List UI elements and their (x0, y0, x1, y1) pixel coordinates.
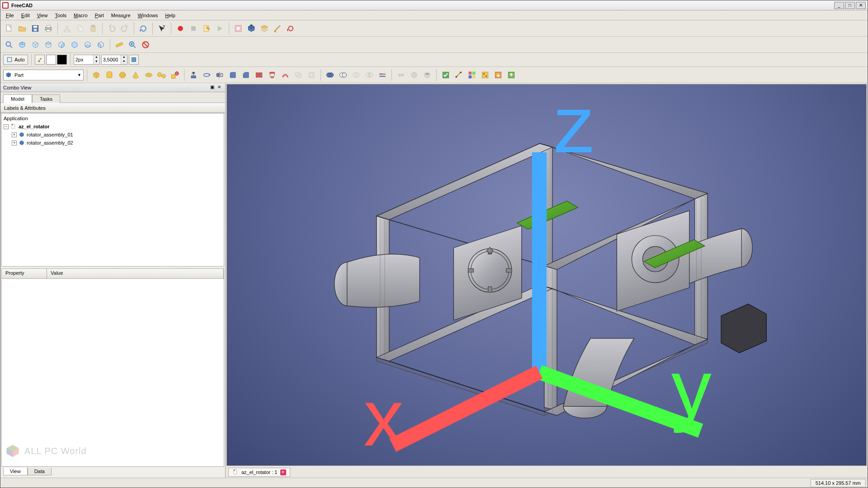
open-file-icon[interactable] (16, 23, 28, 34)
spin-down-icon[interactable]: ▼ (93, 60, 99, 64)
macro-edit-icon[interactable] (201, 23, 212, 34)
thickness-icon[interactable] (306, 69, 317, 81)
menu-file[interactable]: File (2, 12, 18, 19)
refine-shape-icon[interactable] (421, 69, 433, 81)
redo-icon[interactable] (119, 23, 131, 34)
view-bottom-icon[interactable] (82, 39, 94, 51)
new-file-icon[interactable] (3, 23, 15, 34)
boolean-union-icon[interactable] (324, 69, 336, 81)
view-rear-icon[interactable] (69, 39, 80, 51)
offset-icon[interactable] (292, 69, 304, 81)
tree-expand-icon[interactable]: + (12, 132, 17, 137)
close-panel-icon[interactable]: ✕ (216, 84, 222, 91)
print-icon[interactable] (42, 23, 54, 34)
tree-item-assembly-1[interactable]: + rotator_assembly_01 (3, 131, 223, 139)
make-solid-icon[interactable] (408, 69, 420, 81)
tab-tasks[interactable]: Tasks (32, 94, 60, 103)
shape-builder-icon[interactable] (169, 69, 181, 81)
boolean-section-icon[interactable] (363, 69, 375, 81)
ruled-surface-icon[interactable] (253, 69, 265, 81)
whats-this-icon[interactable]: ? (156, 23, 168, 34)
close-tab-icon[interactable]: ✕ (280, 469, 286, 475)
menu-measure[interactable]: Measure (108, 12, 134, 19)
line-width-input[interactable] (74, 56, 93, 64)
color-picker-icon[interactable] (35, 55, 45, 65)
boolean-cut-icon[interactable] (337, 69, 349, 81)
menu-view[interactable]: View (33, 12, 52, 19)
menu-macro[interactable]: Macro (70, 12, 91, 19)
undock-icon[interactable]: ▣ (209, 84, 215, 91)
export-icon[interactable] (492, 69, 504, 81)
auto-mode-button[interactable]: Auto (3, 55, 28, 65)
no-entry-icon[interactable] (140, 39, 151, 51)
layers-icon[interactable] (259, 23, 270, 34)
extrude-icon[interactable] (188, 69, 199, 81)
primitive-cone-icon[interactable] (130, 69, 142, 81)
reload-icon[interactable] (285, 23, 297, 34)
view-front-icon[interactable] (29, 39, 41, 51)
measure-linear-icon[interactable] (453, 69, 465, 81)
revolve-icon[interactable] (201, 69, 212, 81)
spin-down-icon[interactable]: ▼ (121, 60, 127, 64)
drawing-page-icon[interactable] (232, 23, 244, 34)
cut-icon[interactable] (61, 23, 73, 34)
save-icon[interactable] (29, 23, 41, 34)
face-color-swatch[interactable] (46, 55, 56, 65)
maximize-button[interactable]: □ (845, 2, 855, 9)
primitive-torus-icon[interactable] (143, 69, 155, 81)
appearance-icon[interactable] (466, 69, 478, 81)
menu-tools[interactable]: Tools (51, 12, 70, 19)
zoom-fit-icon[interactable] (3, 39, 15, 51)
workbench-selector[interactable]: Part ▼ (3, 70, 84, 80)
spin-up-icon[interactable]: ▲ (121, 55, 127, 60)
import-icon[interactable] (505, 69, 517, 81)
refresh-icon[interactable] (137, 23, 149, 34)
minimize-button[interactable]: _ (834, 2, 844, 9)
loft-icon[interactable] (266, 69, 278, 81)
menu-help[interactable]: Help (161, 12, 179, 19)
primitive-cylinder-icon[interactable] (104, 69, 115, 81)
primitive-box-icon[interactable] (90, 69, 102, 81)
primitives-dialog-icon[interactable] (156, 69, 168, 81)
copy-icon[interactable] (74, 23, 86, 34)
view-axonometric-icon[interactable] (16, 39, 28, 51)
measure-distance-icon[interactable] (113, 39, 125, 51)
spin-up-icon[interactable]: ▲ (93, 55, 99, 60)
menu-edit[interactable]: Edit (18, 12, 33, 19)
draft-icon[interactable] (272, 23, 283, 34)
menu-part[interactable]: Part (91, 12, 108, 19)
sweep-icon[interactable] (279, 69, 291, 81)
undo-icon[interactable] (106, 23, 118, 34)
paste-icon[interactable] (87, 23, 99, 34)
view-top-icon[interactable] (42, 39, 54, 51)
mirror-icon[interactable] (214, 69, 226, 81)
zoom-region-icon[interactable] (127, 39, 138, 51)
construction-mode-icon[interactable] (129, 55, 139, 65)
document-tab[interactable]: az_el_rotator : 1 ✕ (228, 468, 290, 477)
macro-record-icon[interactable] (175, 23, 186, 34)
line-width-spinner[interactable]: ▲▼ (74, 55, 100, 65)
cross-sections-icon[interactable] (377, 69, 388, 81)
property-column-header[interactable]: Property (2, 269, 47, 278)
chamfer-icon[interactable] (240, 69, 252, 81)
tree-view[interactable]: Application − az_el_rotator + rotator_as… (1, 113, 224, 267)
tree-expand-icon[interactable]: + (12, 141, 17, 145)
menu-windows[interactable]: Windows (134, 12, 162, 19)
fillet-icon[interactable] (227, 69, 239, 81)
boolean-common-icon[interactable] (350, 69, 362, 81)
tab-model[interactable]: Model (3, 94, 32, 103)
tree-collapse-icon[interactable]: − (4, 124, 9, 129)
tab-view[interactable]: View (3, 468, 28, 475)
macro-stop-icon[interactable] (188, 23, 199, 34)
grid-spacing-input[interactable] (102, 56, 121, 64)
tree-application[interactable]: Application (3, 114, 223, 122)
make-compound-icon[interactable] (395, 69, 407, 81)
view-left-icon[interactable] (95, 39, 107, 51)
tree-document[interactable]: − az_el_rotator (3, 122, 223, 131)
grid-spacing-spinner[interactable]: ▲▼ (101, 55, 127, 65)
tree-item-assembly-2[interactable]: + rotator_assembly_02 (3, 139, 223, 147)
value-column-header[interactable]: Value (47, 269, 224, 278)
part-import-icon[interactable] (245, 23, 257, 34)
3d-viewport[interactable]: z y x (226, 84, 867, 466)
view-right-icon[interactable] (56, 39, 67, 51)
